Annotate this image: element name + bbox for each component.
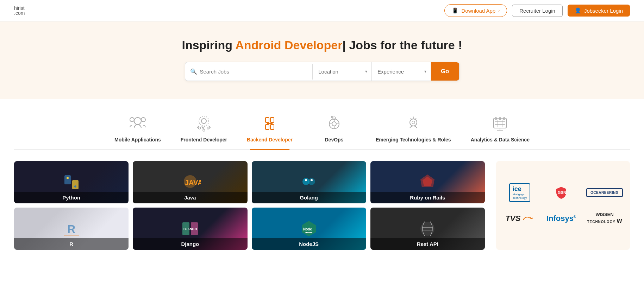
svg-point-0 — [134, 118, 141, 125]
jobseeker-login-button[interactable]: 👤 Jobseeker Login — [568, 5, 630, 17]
logo-text: hirist .com — [14, 6, 25, 15]
tile-python-label: Python — [14, 192, 129, 203]
svg-point-4 — [199, 116, 209, 126]
devops-label: DevOps — [325, 137, 344, 143]
tile-java-label: Java — [133, 192, 247, 203]
svg-point-18 — [410, 119, 417, 126]
tile-django[interactable]: DJANGO Django — [133, 208, 247, 250]
sponsor-infosys: Infosys® — [545, 210, 578, 227]
location-select[interactable]: Location Bangalore Mumbai Delhi Hyderaba… — [313, 62, 371, 81]
phone-icon: 📱 — [452, 7, 458, 14]
devops-icon — [325, 115, 343, 133]
tile-nodejs-label: NodeJS — [252, 238, 366, 250]
svg-text:DJANGO: DJANGO — [183, 227, 197, 231]
sponsors-panel: ice Mortgage Technology GSN OCEANEERING … — [496, 161, 630, 250]
experience-select-wrap: Experience 0-1 years 1-3 years 3-5 years… — [372, 62, 431, 81]
svg-text:GSN: GSN — [558, 190, 566, 195]
frontend-label: Frontend Developer — [181, 137, 227, 143]
svg-point-7 — [203, 129, 205, 131]
tile-ruby-label: Ruby on Rails — [370, 192, 485, 203]
svg-point-1 — [130, 118, 134, 122]
tvs-logo: TVS — [506, 214, 534, 223]
tile-java[interactable]: JAVA Java — [133, 161, 247, 203]
backend-icon — [261, 115, 279, 133]
download-app-button[interactable]: 📱 Download App › — [444, 4, 507, 17]
sponsor-oceaneering: OCEANEERING — [586, 184, 623, 201]
svg-text:Node: Node — [303, 227, 312, 231]
svg-rect-11 — [270, 125, 274, 129]
sponsor-wissen: WISSENTECHNOLOGY W — [586, 210, 623, 227]
header: hirist .com 📱 Download App › Recruiter L… — [0, 0, 644, 21]
search-input[interactable] — [200, 64, 308, 80]
chevron-right-icon: › — [498, 8, 500, 13]
ice-logo: ice Mortgage Technology — [509, 183, 530, 202]
tile-r[interactable]: R R — [14, 208, 129, 250]
tile-ruby[interactable]: Ruby on Rails — [370, 161, 485, 203]
content-area: Python JAVA Java Golang — [0, 150, 644, 261]
wissen-logo: WISSENTECHNOLOGY W — [587, 212, 622, 225]
header-actions: 📱 Download App › Recruiter Login 👤 Jobse… — [444, 4, 630, 17]
sidebar-item-analytics[interactable]: Analytics & Data Science — [461, 110, 539, 149]
tile-golang-label: Golang — [252, 192, 366, 203]
sponsor-ice: ice Mortgage Technology — [503, 184, 536, 201]
sidebar-item-backend[interactable]: Backend Developer — [237, 110, 302, 149]
tile-python[interactable]: Python — [14, 161, 129, 203]
svg-point-3 — [201, 119, 206, 123]
mobile-app-label: Mobile Applications — [114, 137, 161, 143]
experience-select[interactable]: Experience 0-1 years 1-3 years 3-5 years… — [372, 62, 431, 81]
svg-rect-30 — [64, 175, 71, 184]
infosys-logo: Infosys® — [546, 214, 576, 223]
hero-title-highlight: Android Developer — [235, 38, 342, 52]
sidebar-item-mobile[interactable]: Mobile Applications — [105, 110, 171, 149]
go-button[interactable]: Go — [431, 62, 459, 81]
tile-nodejs[interactable]: Node NodeJS — [252, 208, 366, 250]
tile-django-label: Django — [133, 238, 247, 250]
sidebar-item-frontend[interactable]: Frontend Developer — [171, 110, 237, 149]
oceaneering-logo: OCEANEERING — [586, 188, 623, 197]
svg-rect-9 — [270, 118, 274, 122]
search-bar: 🔍 Location Bangalore Mumbai Delhi Hydera… — [185, 62, 459, 81]
location-select-wrap: Location Bangalore Mumbai Delhi Hyderaba… — [313, 62, 372, 81]
sidebar-item-emerging[interactable]: Emerging Technologies & Roles — [366, 110, 461, 149]
search-icon: 🔍 — [190, 68, 197, 75]
svg-point-19 — [412, 121, 415, 124]
sponsor-tvs: TVS — [503, 210, 536, 227]
frontend-icon — [195, 115, 213, 133]
jobseeker-login-label: Jobseeker Login — [584, 8, 623, 14]
hero-title-suffix: | Jobs for the future ! — [342, 38, 462, 52]
svg-point-33 — [74, 185, 76, 188]
job-tiles-grid: Python JAVA Java Golang — [14, 161, 485, 250]
download-app-label: Download App — [461, 8, 495, 14]
svg-rect-31 — [72, 180, 79, 189]
analytics-icon — [491, 115, 509, 133]
categories-nav: Mobile Applications Frontend Developer — [14, 110, 630, 150]
logo-main: hirist — [14, 6, 25, 11]
tile-golang[interactable]: Golang — [252, 161, 366, 203]
svg-rect-8 — [265, 118, 269, 122]
analytics-label: Analytics & Data Science — [471, 137, 530, 143]
svg-rect-10 — [265, 125, 269, 129]
svg-text:JAVA: JAVA — [185, 179, 201, 186]
svg-point-2 — [141, 118, 145, 122]
svg-point-6 — [207, 127, 209, 129]
search-input-wrap: 🔍 — [185, 64, 313, 80]
tile-restapi-label: Rest API — [370, 238, 485, 250]
hero-section: Inspiring Android Developer| Jobs for th… — [0, 21, 644, 99]
svg-point-38 — [305, 179, 307, 181]
svg-point-32 — [67, 177, 69, 179]
logo: hirist .com — [14, 6, 25, 15]
svg-point-39 — [311, 179, 313, 181]
user-icon: 👤 — [575, 7, 581, 14]
backend-label: Backend Developer — [247, 137, 293, 143]
svg-point-5 — [199, 127, 201, 129]
tile-restapi[interactable]: Rest API — [370, 208, 485, 250]
emerging-icon — [404, 115, 423, 133]
gsn-logo: GSN — [556, 186, 567, 199]
logo-sub: .com — [14, 11, 25, 15]
mobile-app-icon — [129, 115, 147, 133]
sidebar-item-devops[interactable]: DevOps — [302, 110, 366, 149]
recruiter-login-button[interactable]: Recruiter Login — [512, 5, 563, 17]
svg-text:R: R — [67, 223, 75, 235]
tvs-text: TVS — [506, 214, 521, 223]
svg-rect-43 — [64, 235, 79, 236]
